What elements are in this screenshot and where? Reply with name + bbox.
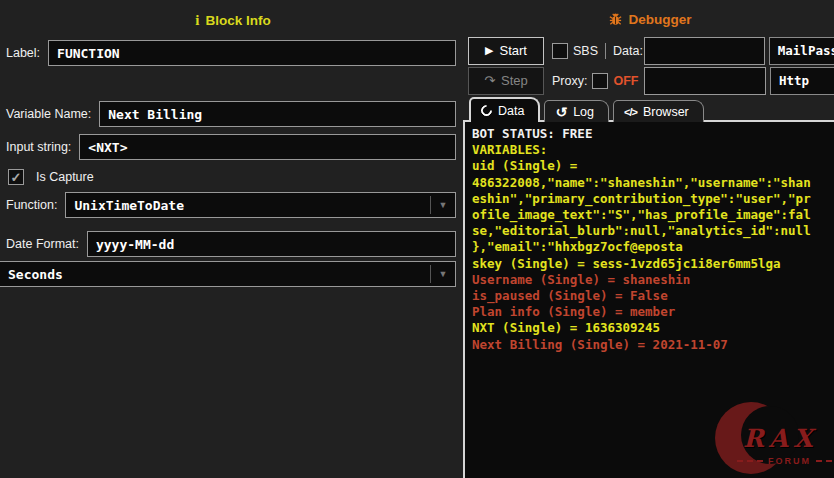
tab-log[interactable]: ↺ Log	[544, 100, 609, 122]
tab-browser[interactable]: </> Browser	[613, 100, 704, 122]
debugger-panel: Debugger ▶ Start SBS Data: MailPass ↷	[466, 0, 834, 478]
logo-forum-text: FORUM	[737, 456, 834, 466]
debugger-header: Debugger	[466, 0, 834, 32]
function-value: UnixTimeToDate	[66, 198, 430, 213]
debugger-title: Debugger	[628, 12, 691, 27]
console-line: Plan info (Single) = member	[472, 304, 834, 320]
play-icon: ▶	[485, 44, 493, 57]
time-unit-dropdown[interactable]: Seconds ▼	[0, 261, 456, 287]
logo-rax-text: RAX	[743, 424, 818, 453]
block-info-panel: iBlock Info Label: Variable Name: Input …	[0, 0, 466, 478]
console-line: NXT (Single) = 1636309245	[472, 320, 834, 336]
input-string-input[interactable]	[79, 134, 456, 160]
console-line: BOT STATUS: FREE	[472, 126, 834, 142]
is-capture-label: Is Capture	[36, 170, 94, 184]
start-button[interactable]: ▶ Start	[468, 37, 544, 65]
variable-name-label: Variable Name:	[6, 107, 91, 121]
wordlist-type-dropdown[interactable]: MailPass	[769, 37, 834, 65]
proxy-input[interactable]	[644, 67, 766, 95]
wordlist-type-value: MailPass	[770, 43, 834, 58]
chevron-down-icon: ▼	[431, 200, 455, 210]
console-panel: BOT STATUS: FREEVARIABLES:uid (Single) =…	[463, 120, 834, 478]
proxy-type-value: Http	[771, 73, 834, 88]
step-arrow-icon: ↷	[484, 73, 495, 88]
console-line: uid (Single) =	[472, 158, 834, 174]
date-format-input[interactable]	[87, 231, 456, 257]
code-icon: </>	[624, 106, 637, 118]
console-line: is_paused (Single) = False	[472, 288, 834, 304]
sbs-label: SBS	[573, 44, 598, 58]
label-input[interactable]	[48, 40, 456, 66]
console-line: se,"editorial_blurb":null,"analytics_id"…	[472, 223, 834, 239]
data-label: Data:	[613, 44, 643, 58]
proxy-type-dropdown[interactable]: Http	[770, 67, 834, 95]
proxy-checkbox[interactable]	[592, 73, 608, 89]
sbs-checkbox[interactable]	[552, 43, 568, 59]
time-unit-value: Seconds	[0, 267, 430, 282]
console-output: BOT STATUS: FREEVARIABLES:uid (Single) =…	[472, 126, 834, 353]
function-dropdown[interactable]: UnixTimeToDate ▼	[65, 192, 456, 218]
step-button[interactable]: ↷ Step	[468, 67, 544, 95]
data-ring-icon	[479, 103, 495, 119]
tab-data[interactable]: Data	[469, 97, 540, 122]
is-capture-checkbox[interactable]: ✓	[8, 169, 24, 185]
crax-forum-logo: RAX FORUM	[703, 398, 831, 476]
label-field-label: Label:	[6, 46, 40, 60]
debugger-controls: ▶ Start SBS Data: MailPass ↷ Step Proxy:	[466, 36, 834, 95]
history-icon: ↺	[555, 105, 567, 119]
proxy-status: OFF	[613, 74, 638, 88]
variable-name-input[interactable]	[99, 101, 456, 127]
input-string-label: Input string:	[6, 140, 71, 154]
bug-icon	[608, 12, 623, 27]
chevron-down-icon: ▼	[431, 269, 455, 279]
proxy-label: Proxy:	[552, 74, 587, 88]
console-line: Username (Single) = shaneshin	[472, 272, 834, 288]
block-info-title: Block Info	[205, 13, 270, 28]
console-line: },"email":"hhxbgz7ocf@eposta	[472, 239, 834, 255]
data-input[interactable]	[644, 37, 765, 65]
block-info-header: iBlock Info	[0, 0, 466, 32]
console-line: skey (Single) = sess-1vzd65jc1i8er6mm5lg…	[472, 256, 834, 272]
console-line: 486322008,"name":"shaneshin","username":…	[472, 175, 834, 191]
info-icon: i	[195, 12, 199, 29]
function-label: Function:	[6, 198, 57, 212]
date-format-label: Date Format:	[6, 237, 79, 251]
console-line: VARIABLES:	[472, 142, 834, 158]
console-line: ofile_image_text":"S","has_profile_image…	[472, 207, 834, 223]
divider	[605, 43, 606, 59]
debugger-tabbar: Data ↺ Log </> Browser	[469, 97, 708, 122]
console-line: Next Billing (Single) = 2021-11-07	[472, 337, 834, 353]
console-line: eshin","primary_contribution_type":"user…	[472, 191, 834, 207]
